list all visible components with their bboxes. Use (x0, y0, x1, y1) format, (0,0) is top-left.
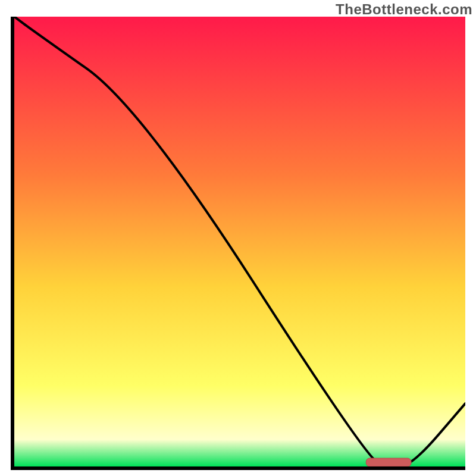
plot-frame (11, 17, 465, 470)
plot-area (14, 17, 465, 466)
optimal-range-marker (366, 458, 411, 466)
chart-svg (14, 17, 465, 466)
gradient-background (14, 17, 465, 466)
watermark-text: TheBottleneck.com (336, 1, 472, 18)
chart-container: TheBottleneck.com (0, 0, 476, 476)
